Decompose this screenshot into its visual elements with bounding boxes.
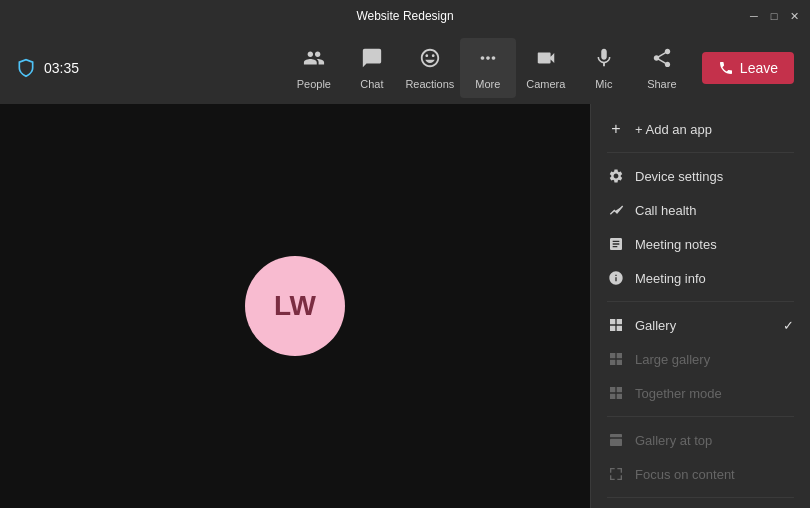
people-button[interactable]: People (286, 38, 342, 98)
camera-label: Camera (526, 78, 565, 90)
camera-button[interactable]: Camera (518, 38, 574, 98)
timer-area: 03:35 (16, 58, 79, 78)
meeting-info-label: Meeting info (635, 271, 706, 286)
chat-label: Chat (360, 78, 383, 90)
toolbar-buttons: People Chat Reactions More Camera (286, 38, 690, 98)
call-health-item[interactable]: Call health (591, 193, 810, 227)
mic-label: Mic (595, 78, 612, 90)
timer: 03:35 (44, 60, 79, 76)
leave-button[interactable]: Leave (702, 52, 794, 84)
meeting-notes-label: Meeting notes (635, 237, 717, 252)
maximize-button[interactable]: □ (766, 8, 782, 24)
gallery-top-label: Gallery at top (635, 433, 712, 448)
gallery-top-icon (607, 431, 625, 449)
share-button[interactable]: Share (634, 38, 690, 98)
meeting-info-item[interactable]: Meeting info (591, 261, 810, 295)
avatar: LW (245, 256, 345, 356)
close-button[interactable]: ✕ (786, 8, 802, 24)
chat-icon (361, 47, 383, 74)
reactions-label: Reactions (405, 78, 454, 90)
gallery-label: Gallery (635, 318, 676, 333)
phone-icon (718, 60, 734, 76)
add-app-label: + Add an app (635, 122, 712, 137)
more-icon (477, 47, 499, 74)
together-mode-item: Together mode (591, 376, 810, 410)
gallery-item[interactable]: Gallery ✓ (591, 308, 810, 342)
call-health-icon (607, 201, 625, 219)
main-content: LW + + Add an app Device settings Call h… (0, 104, 810, 508)
avatar-initials: LW (274, 290, 316, 322)
meeting-info-icon (607, 269, 625, 287)
more-label: More (475, 78, 500, 90)
together-mode-label: Together mode (635, 386, 722, 401)
together-mode-icon (607, 384, 625, 402)
video-area: LW (0, 104, 590, 508)
reactions-button[interactable]: Reactions (402, 38, 458, 98)
share-label: Share (647, 78, 676, 90)
large-gallery-icon (607, 350, 625, 368)
add-app-item[interactable]: + + Add an app (591, 112, 810, 146)
svg-rect-0 (610, 434, 622, 437)
share-icon (651, 47, 673, 74)
divider-4 (607, 497, 794, 498)
chat-button[interactable]: Chat (344, 38, 400, 98)
meeting-notes-icon (607, 235, 625, 253)
mic-button[interactable]: Mic (576, 38, 632, 98)
check-icon: ✓ (783, 318, 794, 333)
focus-content-icon (607, 465, 625, 483)
window-title: Website Redesign (356, 9, 453, 23)
title-bar: Website Redesign ─ □ ✕ (0, 0, 810, 32)
reactions-icon (419, 47, 441, 74)
large-gallery-item: Large gallery (591, 342, 810, 376)
large-gallery-label: Large gallery (635, 352, 710, 367)
camera-icon (535, 47, 557, 74)
people-label: People (297, 78, 331, 90)
focus-content-item: Focus on content (591, 457, 810, 491)
gallery-top-item: Gallery at top (591, 423, 810, 457)
call-health-label: Call health (635, 203, 696, 218)
mic-icon (593, 47, 615, 74)
meeting-notes-item[interactable]: Meeting notes (591, 227, 810, 261)
device-settings-label: Device settings (635, 169, 723, 184)
plus-icon: + (607, 120, 625, 138)
shield-icon (16, 58, 36, 78)
dropdown-panel: + + Add an app Device settings Call heal… (590, 104, 810, 508)
device-settings-icon (607, 167, 625, 185)
people-icon (303, 47, 325, 74)
divider-2 (607, 301, 794, 302)
device-settings-item[interactable]: Device settings (591, 159, 810, 193)
divider-3 (607, 416, 794, 417)
gallery-icon (607, 316, 625, 334)
window-controls[interactable]: ─ □ ✕ (746, 8, 802, 24)
minimize-button[interactable]: ─ (746, 8, 762, 24)
svg-rect-1 (610, 439, 622, 446)
focus-content-label: Focus on content (635, 467, 735, 482)
toolbar: 03:35 People Chat Reactions More (0, 32, 810, 104)
leave-label: Leave (740, 60, 778, 76)
divider-1 (607, 152, 794, 153)
full-screen-item[interactable]: Full screen (591, 504, 810, 508)
more-button[interactable]: More (460, 38, 516, 98)
